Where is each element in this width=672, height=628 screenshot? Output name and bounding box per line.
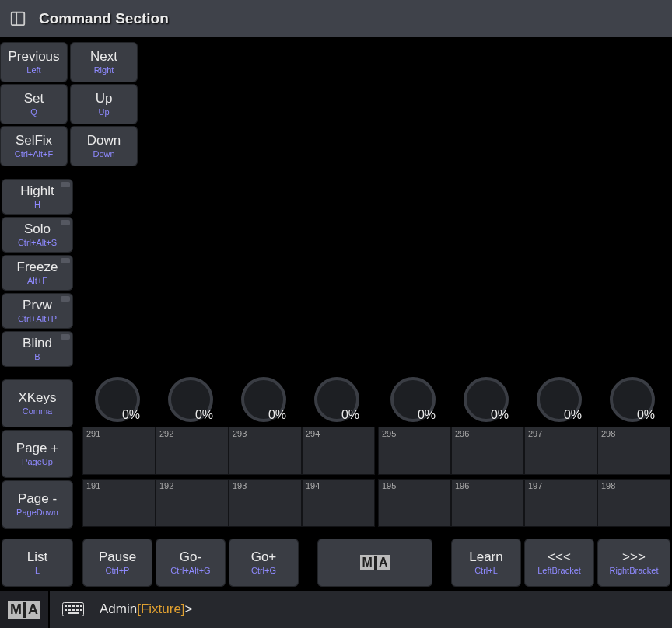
learn-shortcut: Ctrl+L <box>474 566 498 575</box>
exec-cell[interactable]: 293 <box>229 427 302 475</box>
xkeys-button[interactable]: XKeys Comma <box>2 379 73 427</box>
learn-button[interactable]: Learn Ctrl+L <box>451 539 521 587</box>
exec-cell[interactable]: 193 <box>229 479 302 527</box>
set-label: Set <box>24 92 44 106</box>
up-button[interactable]: Up Up <box>70 84 138 124</box>
selfix-button[interactable]: SelFix Ctrl+Alt+F <box>0 126 68 166</box>
ma-corner-button[interactable]: MA <box>0 591 50 628</box>
exec-cell[interactable]: 292 <box>156 427 229 475</box>
encoder-value: 0% <box>564 408 582 422</box>
indicator-icon <box>61 296 70 302</box>
cmd-user: Admin <box>100 602 137 616</box>
exec-cell[interactable]: 197 <box>524 479 597 527</box>
prvw-button[interactable]: Prvw Ctrl+Alt+P <box>2 293 73 329</box>
titlebar: Command Section <box>0 0 672 37</box>
encoder-4[interactable]: 0% <box>314 377 359 422</box>
encoder-value: 0% <box>491 408 509 422</box>
cmd-context: [Fixture] <box>137 602 184 616</box>
forward-label: >>> <box>622 550 646 565</box>
blind-button[interactable]: Blind B <box>2 331 73 367</box>
blind-shortcut: B <box>34 352 40 361</box>
highlt-button[interactable]: Highlt H <box>2 179 73 215</box>
exec-cell[interactable]: 296 <box>451 427 524 475</box>
down-label: Down <box>87 134 121 148</box>
exec-number: 297 <box>528 429 542 438</box>
previous-label: Previous <box>8 50 59 65</box>
exec-cell[interactable]: 297 <box>524 427 597 475</box>
set-button[interactable]: Set Q <box>0 84 68 124</box>
down-button[interactable]: Down Down <box>70 126 138 166</box>
freeze-button[interactable]: Freeze Alt+F <box>2 255 73 291</box>
panel-icon[interactable] <box>8 9 28 29</box>
exec-cell[interactable]: 295 <box>378 427 451 475</box>
exec-cell[interactable]: 192 <box>156 479 229 527</box>
pause-label: Pause <box>99 550 136 565</box>
pause-button[interactable]: Pause Ctrl+P <box>82 539 152 587</box>
command-line[interactable]: Admin[Fixture]> <box>50 591 672 628</box>
svg-rect-6 <box>76 605 79 607</box>
previous-button[interactable]: Previous Left <box>0 42 68 82</box>
exec-number: 195 <box>382 481 396 490</box>
rewind-label: <<< <box>548 550 571 565</box>
ma-button[interactable]: MA <box>317 539 432 587</box>
svg-rect-3 <box>65 605 67 607</box>
solo-shortcut: Ctrl+Alt+S <box>18 238 57 247</box>
keyboard-icon <box>62 602 84 616</box>
encoder-5[interactable]: 0% <box>390 377 436 422</box>
pagedown-label: Page - <box>18 492 57 507</box>
prvw-label: Prvw <box>23 298 52 313</box>
exec-cell[interactable]: 196 <box>451 479 524 527</box>
go-minus-button[interactable]: Go- Ctrl+Alt+G <box>156 539 226 587</box>
svg-rect-8 <box>65 609 67 611</box>
indicator-icon <box>61 220 70 225</box>
list-button[interactable]: List L <box>2 539 73 587</box>
exec-cell[interactable]: 294 <box>302 427 375 475</box>
set-shortcut: Q <box>30 107 37 117</box>
exec-number: 192 <box>159 481 173 490</box>
forward-shortcut: RightBracket <box>610 566 659 575</box>
up-shortcut: Up <box>98 107 109 117</box>
encoder-8[interactable]: 0% <box>610 377 655 422</box>
forward-button[interactable]: >>> RightBracket <box>597 539 670 587</box>
exec-cell[interactable]: 194 <box>302 479 375 527</box>
indicator-icon <box>61 258 70 263</box>
encoder-6[interactable]: 0% <box>464 377 509 422</box>
pagedown-button[interactable]: Page - PageDown <box>2 480 73 529</box>
encoder-2[interactable]: 0% <box>168 377 213 422</box>
encoder-1[interactable]: 0% <box>95 377 140 422</box>
exec-cell[interactable]: 298 <box>597 427 670 475</box>
exec-cell[interactable]: 198 <box>597 479 670 527</box>
command-bar: MA Admin[Fixture]> <box>0 591 672 628</box>
exec-number: 298 <box>601 429 615 438</box>
freeze-label: Freeze <box>17 260 58 275</box>
exec-number: 193 <box>233 481 247 490</box>
rewind-button[interactable]: <<< LeftBracket <box>524 539 594 587</box>
pageup-button[interactable]: Page + PageUp <box>2 430 73 478</box>
solo-label: Solo <box>24 222 51 237</box>
exec-cell[interactable]: 191 <box>82 479 156 527</box>
exec-number: 197 <box>528 481 542 490</box>
exec-cell[interactable]: 195 <box>378 479 451 527</box>
exec-number: 194 <box>306 481 320 490</box>
highlt-shortcut: H <box>34 200 40 209</box>
encoder-3[interactable]: 0% <box>241 377 286 422</box>
up-label: Up <box>96 92 113 106</box>
encoder-7[interactable]: 0% <box>537 377 582 422</box>
solo-button[interactable]: Solo Ctrl+Alt+S <box>2 217 73 253</box>
exec-cell[interactable]: 291 <box>82 427 156 475</box>
highlt-label: Highlt <box>20 184 54 199</box>
page-title: Command Section <box>39 10 169 27</box>
go-plus-shortcut: Ctrl+G <box>251 566 276 575</box>
go-plus-button[interactable]: Go+ Ctrl+G <box>229 539 299 587</box>
encoder-value: 0% <box>341 408 359 422</box>
exec-number: 196 <box>455 481 469 490</box>
go-minus-label: Go- <box>180 550 201 565</box>
ma-logo-icon: MA <box>360 555 390 570</box>
encoder-value: 0% <box>637 408 655 422</box>
encoder-value: 0% <box>268 408 286 422</box>
ma-logo-icon: MA <box>8 601 40 619</box>
next-label: Next <box>90 50 117 65</box>
next-button[interactable]: Next Right <box>70 42 138 82</box>
exec-number: 293 <box>233 429 247 438</box>
encoder-value: 0% <box>195 408 213 422</box>
